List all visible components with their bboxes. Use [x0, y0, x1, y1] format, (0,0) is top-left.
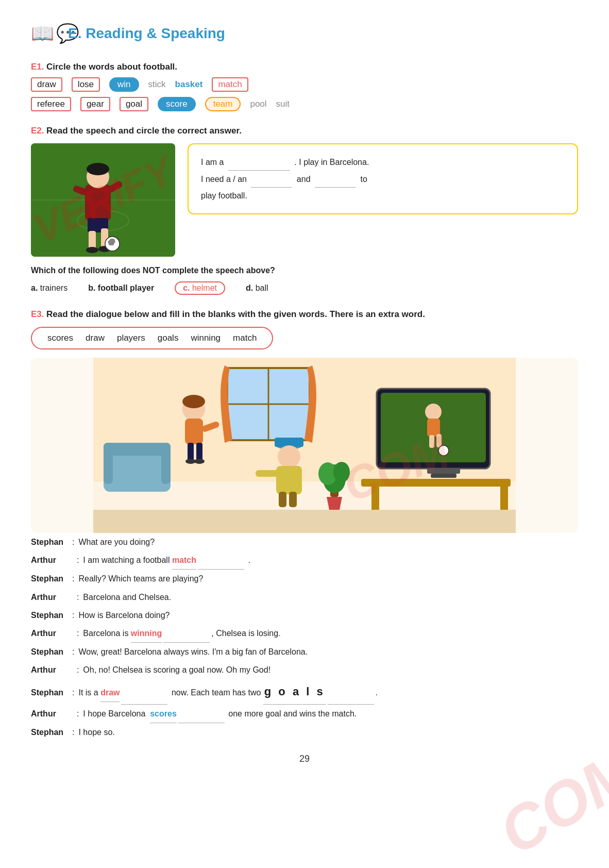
bank-scores: scores — [47, 333, 73, 343]
word-pool: pool — [250, 99, 266, 109]
word-draw: draw — [31, 77, 62, 92]
e1-label: E1. — [31, 62, 44, 72]
page-number: 29 — [31, 754, 578, 764]
dialogue-text-3: Really? Which teams are playing? — [78, 570, 203, 588]
word-match: match — [212, 77, 248, 92]
svg-rect-40 — [196, 443, 202, 461]
dialogue-text-7: Wow, great! Barcelona always wins. I'm a… — [78, 643, 308, 661]
svg-rect-55 — [93, 510, 516, 533]
e2-content: VERIFY I am a . I play in Barcelona. I n… — [31, 143, 578, 257]
svg-rect-48 — [256, 470, 279, 477]
e2-question: Which of the following does NOT complete… — [31, 266, 578, 275]
speech-line2: I need a / an and to — [201, 171, 565, 188]
dialogue-text-11: I hope so. — [78, 723, 114, 741]
e2-header: E2. Read the speech and circle the corre… — [31, 126, 578, 136]
word-bank: scores draw players goals winning match — [31, 327, 273, 349]
option-c: c. helmet — [175, 281, 225, 295]
svg-rect-49 — [279, 492, 286, 507]
filled-draw: draw — [100, 683, 120, 702]
word-score: score — [158, 97, 196, 111]
svg-rect-38 — [185, 419, 203, 444]
bank-goals: goals — [158, 333, 179, 343]
dialogue-text-10: I hope Barcelona scores one more goal an… — [83, 705, 357, 723]
e2-section: E2. Read the speech and circle the corre… — [31, 126, 578, 295]
word-basket: basket — [175, 79, 203, 90]
speaker-stephan-5: Stephan — [31, 683, 72, 702]
dialogue-text-9: It is a draw now. Each team has two g o … — [78, 679, 378, 705]
svg-point-22 — [425, 404, 442, 420]
option-b: b. football player — [88, 283, 154, 293]
filled-match-1: match — [172, 551, 196, 570]
dialogue-text-8: Oh, no! Chelsea is scoring a goal now. O… — [83, 661, 270, 679]
bank-players: players — [117, 333, 145, 343]
svg-rect-35 — [161, 443, 171, 484]
dialogue-line-7: Stephan: Wow, great! Barcelona always wi… — [31, 643, 578, 661]
dialogue-line-8: Arthur : Oh, no! Chelsea is scoring a go… — [31, 661, 578, 679]
word-suit: suit — [276, 99, 290, 109]
speaker-stephan-4: Stephan — [31, 643, 72, 661]
dialogue-line-4: Arthur : Barcelona and Chelsea. — [31, 588, 578, 606]
dialogue-section: Stephan: What are you doing? Arthur : I … — [31, 533, 578, 741]
speaker-arthur-1: Arthur — [31, 551, 72, 569]
filled-scores: scores — [150, 705, 177, 723]
e3-title: Read the dialogue below and fill in the … — [46, 309, 425, 319]
answer-options: a. trainers b. football player c. helmet… — [31, 281, 578, 295]
svg-rect-34 — [104, 443, 113, 484]
section-icon: 📖 💬 — [31, 21, 62, 46]
dialogue-line-11: Stephan: I hope so. — [31, 723, 578, 741]
e3-header: E3. Read the dialogue below and fill in … — [31, 309, 578, 320]
e3-label: E3. — [31, 309, 44, 319]
svg-rect-31 — [500, 487, 508, 512]
blank-scores — [178, 705, 225, 723]
speaker-arthur-5: Arthur — [31, 705, 72, 723]
blank-1 — [228, 154, 290, 171]
dialogue-text-6: Barcelona is winning , Chelsea is losing… — [83, 624, 280, 643]
word-team: team — [205, 97, 241, 111]
blank-winning — [163, 624, 210, 643]
dialogue-text-2: I am watching a football match . — [83, 551, 250, 570]
svg-point-42 — [194, 459, 205, 464]
player-image: VERIFY — [31, 143, 175, 257]
dialogue-line-5: Stephan: How is Barcelona doing? — [31, 606, 578, 624]
blank-match — [198, 551, 244, 570]
svg-rect-39 — [188, 443, 194, 461]
speech-line1: I am a . I play in Barcelona. — [201, 154, 565, 171]
blank-3 — [315, 171, 356, 188]
e3-section: E3. Read the dialogue below and fill in … — [31, 309, 578, 741]
dialogue-line-3: Stephan: Really? Which teams are playing… — [31, 570, 578, 588]
dialogue-line-6: Arthur : Barcelona is winning , Chelsea … — [31, 624, 578, 643]
bank-draw: draw — [86, 333, 105, 343]
svg-rect-50 — [289, 492, 297, 507]
dialogue-text-1: What are you doing? — [78, 533, 155, 551]
speaker-arthur-2: Arthur — [31, 588, 72, 606]
bank-match: match — [233, 333, 257, 343]
word-referee: referee — [31, 97, 71, 111]
bank-winning: winning — [191, 333, 221, 343]
svg-rect-32 — [104, 450, 171, 492]
svg-point-9 — [86, 247, 98, 253]
page-header: 📖 💬 E. Reading & Speaking — [31, 21, 578, 46]
svg-rect-33 — [104, 443, 171, 456]
section-title: E. Reading & Speaking — [68, 25, 225, 42]
filled-goals: g o a l s — [263, 679, 326, 705]
speaker-stephan-6: Stephan — [31, 723, 72, 741]
dialogue-text-5: How is Barcelona doing? — [78, 606, 170, 624]
speech-bubble: I am a . I play in Barcelona. I need a /… — [188, 143, 578, 214]
speaker-stephan-3: Stephan — [31, 606, 72, 624]
e2-title: Read the speech and circle the correct a… — [46, 126, 242, 136]
svg-point-46 — [278, 445, 300, 468]
e1-title: Circle the words about football. — [46, 62, 177, 72]
dialogue-line-9: Stephan: It is a draw now. Each team has… — [31, 679, 578, 705]
blank-goals — [328, 686, 374, 705]
blank-draw — [121, 686, 167, 705]
dialogue-image: COM — [31, 358, 578, 533]
svg-rect-47 — [276, 466, 302, 494]
option-a: a. trainers — [31, 283, 67, 293]
e1-header: E1. Circle the words about football. — [31, 62, 578, 72]
speaker-arthur-4: Arthur — [31, 661, 72, 679]
option-d: d. ball — [246, 283, 268, 293]
word-gear: gear — [80, 97, 110, 111]
e1-row2: referee gear goal score team pool suit — [31, 97, 578, 111]
e1-row1: draw lose win stick basket match — [31, 77, 578, 92]
dialogue-line-2: Arthur : I am watching a football match … — [31, 551, 578, 570]
